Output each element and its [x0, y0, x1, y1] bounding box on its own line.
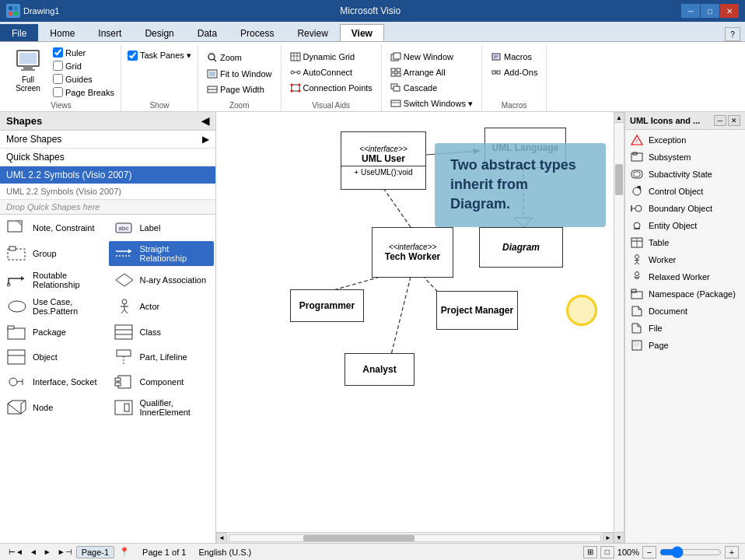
rp-namespace[interactable]: Namespace (Package): [627, 285, 743, 303]
analyst-box[interactable]: Analyst: [345, 353, 414, 386]
shape-part-lifeline[interactable]: Part, Lifeline: [109, 345, 215, 369]
quick-shapes-nav[interactable]: Quick Shapes: [0, 149, 215, 166]
rp-table[interactable]: Table: [627, 234, 743, 251]
full-screen-button[interactable]: Full Screen: [6, 47, 50, 95]
tab-design[interactable]: Design: [133, 24, 185, 41]
shape-object[interactable]: Object: [2, 345, 107, 369]
shape-package[interactable]: Package: [2, 320, 107, 344]
tab-process[interactable]: Process: [229, 24, 285, 41]
uml-inactive-nav[interactable]: UML 2.2 Symbols (Visio 2007): [0, 184, 215, 200]
v-scroll-down[interactable]: ▼: [614, 532, 624, 543]
v-scrollbar[interactable]: ▲ ▼: [614, 112, 624, 543]
note-label: Note, Constraint: [33, 223, 94, 233]
cascade-button[interactable]: Cascade: [386, 81, 477, 95]
task-panes-checkbox[interactable]: Task Panes ▾: [126, 50, 193, 61]
tab-home[interactable]: Home: [38, 24, 86, 41]
macros-button[interactable]: Macros: [487, 50, 541, 64]
rp-file[interactable]: File: [627, 320, 743, 337]
zoom-label: Zoom: [220, 53, 242, 62]
v-scroll-up[interactable]: ▲: [614, 112, 624, 123]
h-scrollbar[interactable]: ◄ ►: [216, 532, 614, 543]
close-button[interactable]: ✕: [720, 4, 739, 18]
tech-worker-box[interactable]: <<interface>> Tech Worker: [372, 227, 453, 278]
page-tab[interactable]: Page-1: [76, 546, 114, 558]
help-button[interactable]: ?: [725, 27, 740, 41]
zoom-slider[interactable]: [659, 546, 722, 558]
dynamic-grid-button[interactable]: Dynamic Grid: [286, 50, 376, 64]
entity-object-icon: [630, 219, 644, 232]
guides-checkbox[interactable]: Guides: [51, 73, 116, 85]
tab-view[interactable]: View: [340, 24, 384, 41]
shape-node[interactable]: Node: [2, 395, 107, 420]
shape-use-case[interactable]: Use Case, Des.Pattern: [2, 294, 107, 319]
minimize-button[interactable]: ─: [681, 4, 700, 18]
h-scroll-right[interactable]: ►: [603, 533, 614, 544]
svg-point-98: [635, 205, 642, 212]
page-prev-button[interactable]: ◄: [27, 547, 40, 557]
fit-window-button[interactable]: Fit to Window: [203, 67, 276, 81]
zoom-page-button[interactable]: □: [600, 546, 614, 558]
page-first-button[interactable]: ⊢◄: [6, 547, 26, 557]
page-breaks-checkbox[interactable]: Page Breaks: [51, 86, 116, 98]
maximize-button[interactable]: □: [701, 4, 719, 18]
rp-worker[interactable]: Worker: [627, 251, 743, 268]
zoom-fit-button[interactable]: ⊞: [583, 546, 597, 558]
add-ons-button[interactable]: Add-Ons: [487, 65, 541, 79]
rp-subsystem[interactable]: Subsystem: [627, 149, 743, 166]
shape-routable-rel[interactable]: Routable Relationship: [2, 268, 107, 292]
control-object-icon: [630, 185, 644, 198]
relaxed-worker-icon: [630, 271, 644, 283]
arrange-all-button[interactable]: Arrange All: [386, 65, 477, 79]
shape-qualifier[interactable]: Qualifier, InnerElement: [109, 395, 215, 420]
grid-checkbox[interactable]: Grid: [51, 60, 116, 72]
h-scroll-thumb[interactable]: [303, 535, 414, 541]
zoom-out-button[interactable]: −: [642, 546, 656, 558]
tab-file[interactable]: File: [0, 24, 38, 41]
shape-note[interactable]: Note, Constraint: [2, 216, 107, 240]
programmer-box[interactable]: Programmer: [290, 289, 364, 322]
page-last-button[interactable]: ►⊣: [55, 547, 75, 557]
shape-interface-socket[interactable]: Interface, Socket: [2, 370, 107, 394]
shape-n-ary[interactable]: N-ary Association: [109, 268, 215, 292]
shape-component[interactable]: Component: [109, 370, 215, 394]
shape-label[interactable]: abc Label: [109, 216, 215, 240]
new-window-button[interactable]: New Window: [386, 50, 477, 64]
shapes-collapse-icon[interactable]: ◀: [201, 115, 209, 127]
diagram-box[interactable]: Diagram: [479, 227, 563, 268]
programmer-name: Programmer: [299, 300, 355, 311]
more-shapes-nav[interactable]: More Shapes ▶: [0, 131, 215, 149]
rp-relaxed-worker[interactable]: Relaxed Worker: [627, 268, 743, 285]
uml-user-box[interactable]: <<interface>> UML User + UseUML():void: [341, 131, 426, 190]
tab-data[interactable]: Data: [186, 24, 229, 41]
shape-actor[interactable]: Actor: [109, 294, 215, 319]
uml-active-nav[interactable]: UML 2.2 Symbols (Visio 2007): [0, 166, 215, 184]
zoom-in-button[interactable]: +: [725, 546, 739, 558]
h-scroll-left[interactable]: ◄: [216, 533, 227, 544]
connection-points-button[interactable]: Connection Points: [286, 81, 376, 95]
autoconnect-button[interactable]: AutoConnect: [286, 65, 376, 79]
zoom-button[interactable]: Zoom: [203, 50, 276, 65]
switch-windows-button[interactable]: Switch Windows ▾: [386, 96, 477, 111]
rp-subactivity[interactable]: Subactivity State: [627, 166, 743, 183]
rp-page[interactable]: Page: [627, 337, 743, 354]
project-manager-box[interactable]: Project Manager: [436, 291, 518, 330]
tab-review[interactable]: Review: [285, 24, 339, 41]
rp-entity-object[interactable]: Entity Object: [627, 217, 743, 234]
page-width-button[interactable]: Page Width: [203, 82, 276, 96]
page-next-button[interactable]: ►: [41, 547, 54, 557]
shape-class[interactable]: Class: [109, 320, 215, 344]
rp-boundary-object[interactable]: Boundary Object: [627, 200, 743, 217]
rp-document[interactable]: Document: [627, 303, 743, 320]
rp-close-button[interactable]: ✕: [728, 115, 740, 126]
h-scroll-track[interactable]: [229, 534, 601, 542]
svg-rect-27: [393, 53, 400, 59]
page-nav: ⊢◄ ◄ ► ►⊣ Page-1 📍: [6, 546, 130, 558]
shape-straight-rel[interactable]: Straight Relationship: [109, 241, 215, 266]
v-scroll-thumb[interactable]: [615, 164, 623, 195]
rp-exception[interactable]: ! Exception: [627, 131, 743, 149]
shape-group[interactable]: Group: [2, 241, 107, 266]
rp-control-object[interactable]: Control Object: [627, 183, 743, 200]
ruler-checkbox[interactable]: Ruler: [51, 47, 116, 58]
tab-insert[interactable]: Insert: [86, 24, 133, 41]
rp-collapse-button[interactable]: ─: [714, 115, 726, 126]
